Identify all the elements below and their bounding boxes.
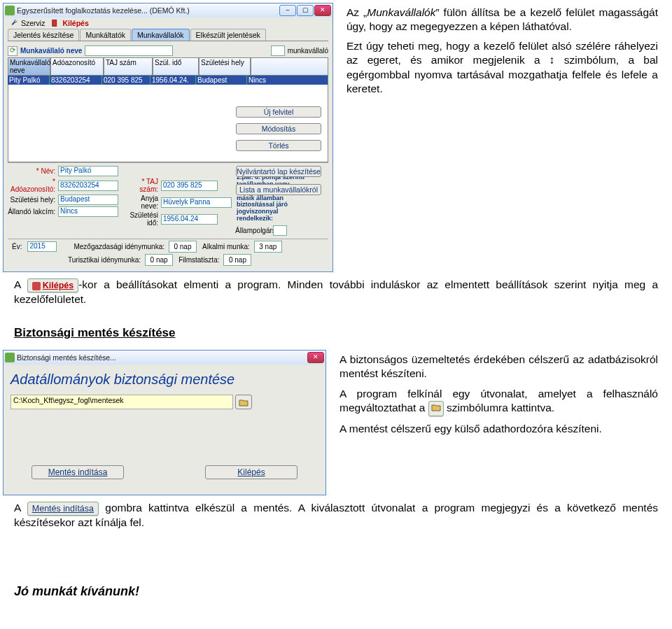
count-display xyxy=(271,45,285,56)
col-ado[interactable]: Adóazonosító xyxy=(50,57,104,76)
window-title: Egyszerűsített foglalkoztatás kezelése..… xyxy=(17,6,279,15)
field-szido[interactable]: 1956.04.24 xyxy=(161,214,218,225)
browse-button[interactable] xyxy=(235,395,252,409)
field-nev[interactable]: Pity Palkó xyxy=(58,166,118,176)
menu-szerviz[interactable]: Szerviz xyxy=(10,19,45,27)
btn-mentes-inditasa[interactable]: Mentés indítása xyxy=(31,465,124,479)
heading-backup: Biztonsági mentés készítése xyxy=(14,326,658,340)
refresh-icon[interactable]: ⟳ xyxy=(8,46,18,56)
app-icon xyxy=(5,353,15,362)
close-btn[interactable]: ✕ xyxy=(314,5,331,16)
close-btn2[interactable]: ✕ xyxy=(307,352,324,363)
lbl-nev: * Név: xyxy=(8,167,55,175)
exit-icon xyxy=(32,282,41,290)
lbl-lak: Állandó lakcím: xyxy=(8,208,55,215)
search-input[interactable] xyxy=(85,45,173,56)
cell-szido: 1956.04.24. xyxy=(150,76,196,85)
menubar: Szerviz Kilépés xyxy=(4,17,332,29)
btn-lista[interactable]: Lista a munkavállalókról xyxy=(236,184,321,195)
lbl-taj: * TAJ szám: xyxy=(123,178,158,193)
val-mezo[interactable] xyxy=(169,241,197,253)
lbl-film: Filmstatiszta: xyxy=(178,256,219,264)
search-label: Munkavállaló neve xyxy=(20,47,82,55)
btn-torles[interactable]: Törlés xyxy=(236,140,321,151)
cell-taj: 020 395 825 xyxy=(102,76,150,85)
maximize-btn[interactable]: ▢ xyxy=(297,5,314,16)
col-extra[interactable] xyxy=(251,57,328,76)
table-header: Munkavállaló neve Adóazonosító TAJ szám … xyxy=(8,57,328,76)
btn-modositas[interactable]: Módosítás xyxy=(236,123,321,134)
window2-title: Biztonsági mentés készítése... xyxy=(17,353,307,362)
col-szhely[interactable]: Születési hely xyxy=(199,57,251,76)
closing: Jó munkát kívánunk! xyxy=(14,584,658,599)
lbl-ado: * Adóazonosító: xyxy=(8,178,55,193)
tab-munkavallalok[interactable]: Munkavállalók xyxy=(132,29,190,41)
table-row[interactable]: Pity Palkó 8326203254 020 395 825 1956.0… xyxy=(8,76,328,85)
menu-kilepes[interactable]: Kilépés xyxy=(52,19,88,27)
cell-name: Pity Palkó xyxy=(8,76,50,85)
para-2: Ezt úgy teheti meg, hogy a kezelő felüle… xyxy=(346,39,658,96)
inline-btn-mentes: Mentés indítása xyxy=(27,502,99,516)
col-taj[interactable]: TAJ szám xyxy=(104,57,153,76)
lbl-allam: Állampolgárság: xyxy=(235,227,270,234)
val-tur[interactable] xyxy=(145,254,173,266)
val-alk[interactable] xyxy=(254,241,282,253)
inline-browse-icon xyxy=(428,401,444,416)
app-icon xyxy=(5,6,15,15)
lbl-alk: Alkalmi munka: xyxy=(202,243,250,250)
para-1: Az „Munkavállalók” fülön állítsa be a ke… xyxy=(346,6,658,34)
para-bottom: A Mentés indítása gombra kattintva elkés… xyxy=(14,501,658,530)
field-lak[interactable]: Nincs xyxy=(58,206,118,217)
count-label: munkavállaló xyxy=(288,47,328,55)
lbl-tur: Turisztikai idénymunka: xyxy=(68,256,141,264)
btn-uj[interactable]: Új felvitel xyxy=(236,106,321,118)
lbl-szhely: Születési hely: xyxy=(8,196,55,204)
svg-rect-0 xyxy=(52,20,57,27)
para-b1: A biztonságos üzemeltetés érdekében céls… xyxy=(340,353,658,381)
lbl-szido: Születési idő: xyxy=(123,211,158,227)
btn-kilepes2[interactable]: Kilépés xyxy=(205,465,298,479)
exit-icon xyxy=(52,19,60,27)
folder-open-icon xyxy=(239,398,248,407)
lbl-ev: Év: xyxy=(12,243,22,250)
field-szhely[interactable]: Budapest xyxy=(58,195,118,205)
col-szulido[interactable]: Szül. idő xyxy=(153,57,199,76)
btn-nyilvan[interactable]: Nyilvántartó lap készítése xyxy=(236,166,321,177)
folder-open-icon xyxy=(431,404,441,411)
cell-ado: 8326203254 xyxy=(50,76,102,85)
field-anya[interactable]: Hüvelyk Panna xyxy=(161,197,232,208)
cell-extra: Nincs xyxy=(247,76,328,85)
lbl-mezo: Mezőgazdasági idénymunka: xyxy=(74,243,164,250)
para-b3: A mentést célszerű egy külső adathordozó… xyxy=(340,422,658,436)
lbl-anya: Anyja neve: xyxy=(123,195,158,210)
wrench-icon xyxy=(10,19,19,27)
tabs: Jelentés készítése Munkáltatók Munkaváll… xyxy=(8,29,328,41)
minimize-btn[interactable]: – xyxy=(279,5,296,16)
tab-elkeszult[interactable]: Elkészült jelentések xyxy=(190,29,266,41)
para-b2: A program felkínál egy útvonalat, amelye… xyxy=(340,387,658,416)
tab-jelentes[interactable]: Jelentés készítése xyxy=(8,29,79,41)
backup-heading: Adatállományok biztonsági mentése xyxy=(10,372,318,388)
val-film[interactable] xyxy=(223,254,251,266)
col-name[interactable]: Munkavállaló neve xyxy=(8,57,50,76)
field-allam[interactable] xyxy=(273,225,287,236)
titlebar2: Biztonsági mentés készítése... ✕ xyxy=(4,351,326,365)
window-employees: Egyszerűsített foglalkoztatás kezelése..… xyxy=(3,3,333,272)
titlebar: Egyszerűsített foglalkoztatás kezelése..… xyxy=(4,3,332,17)
cell-szhely: Budapest xyxy=(196,76,247,85)
inline-btn-kilepes: Kilépés xyxy=(27,278,78,292)
window-backup: Biztonsági mentés készítése... ✕ Adatáll… xyxy=(3,350,326,495)
field-ado[interactable]: 8326203254 xyxy=(58,181,118,191)
field-ev[interactable]: 2015 xyxy=(27,241,57,252)
path-field[interactable]: C:\Koch_Kft\egysz_fogl\mentesek xyxy=(10,395,233,409)
field-taj[interactable]: 020 395 825 xyxy=(161,181,218,191)
tab-munkaltatok[interactable]: Munkáltatók xyxy=(80,29,131,41)
para-kilepes: A Kilépés-kor a beállításokat elmenti a … xyxy=(14,278,658,306)
